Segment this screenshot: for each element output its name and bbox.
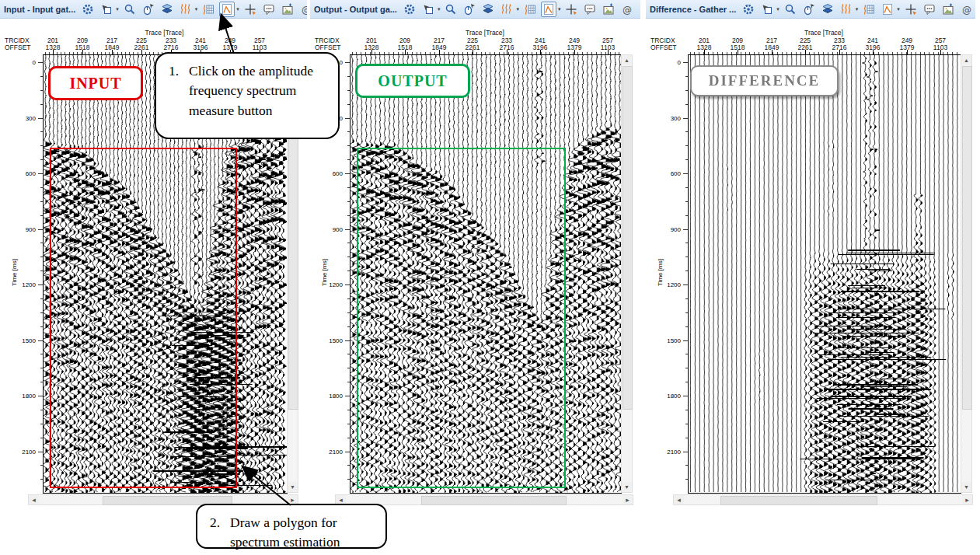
difference-panel-title: Difference - Gather ... <box>646 5 740 14</box>
layers-icon[interactable] <box>159 2 175 17</box>
time-axis-label: Time [ms] <box>657 245 664 301</box>
zoom-magnifier-icon[interactable] <box>443 2 459 17</box>
dropdown-caret-icon[interactable]: ▾ <box>236 6 239 12</box>
time-tick-label: 300 <box>26 114 36 121</box>
spectrum-measure-icon[interactable] <box>880 2 895 17</box>
annotation-bubble-icon[interactable] <box>922 2 937 17</box>
zoom-magnifier-icon[interactable] <box>122 2 138 17</box>
time-tick-label: 1800 <box>667 393 681 400</box>
mouse-pointer-icon[interactable] <box>462 2 477 17</box>
mouse-pointer-icon[interactable] <box>801 2 817 17</box>
wiggle-display-icon[interactable] <box>178 2 194 17</box>
scroll-down-icon[interactable] <box>288 482 298 492</box>
settings-gear-icon[interactable] <box>402 2 417 17</box>
zoom-at-icon[interactable]: @ <box>959 2 975 17</box>
export-image-icon[interactable] <box>940 2 956 17</box>
dropdown-caret-icon[interactable]: ▾ <box>195 6 198 12</box>
dropdown-caret-icon[interactable]: ▾ <box>516 6 519 12</box>
wiggle-grid-icon[interactable] <box>861 2 877 17</box>
scroll-right-icon[interactable] <box>962 495 972 504</box>
vscroll-thumb[interactable] <box>962 66 972 410</box>
wiggle-grid-icon[interactable] <box>522 2 538 17</box>
spectrum-measure-icon[interactable] <box>219 2 235 17</box>
callout-2-number: 2. <box>210 513 230 541</box>
dropdown-caret-icon[interactable]: ▾ <box>116 6 119 12</box>
settings-gear-icon[interactable] <box>80 2 96 17</box>
scroll-right-icon[interactable] <box>623 495 633 504</box>
dropdown-caret-icon[interactable]: ▾ <box>438 6 441 12</box>
wiggle-grid-icon[interactable] <box>201 2 216 17</box>
input-titlebar[interactable]: Input - Input gat... ▾▾▾@» <box>0 0 307 19</box>
dropdown-caret-icon[interactable]: ▾ <box>897 6 900 12</box>
callout-2-text: Draw a polygon for spectrum estimation <box>230 513 376 541</box>
scroll-up-icon[interactable] <box>961 55 971 65</box>
time-tick-label: 1800 <box>22 393 36 400</box>
pan-select-icon[interactable] <box>99 2 114 17</box>
time-tick-label: 2100 <box>22 448 36 455</box>
panel-difference: Difference - Gather ... ▾▾▾@▾ Trace [Tra… <box>646 0 975 507</box>
input-panel-title: Input - Input gat... <box>0 5 79 14</box>
layers-icon[interactable] <box>820 2 835 17</box>
wiggle-display-icon[interactable] <box>839 2 854 17</box>
time-tick-label: 0 <box>678 59 681 66</box>
difference-titlebar[interactable]: Difference - Gather ... ▾▾▾@▾ <box>646 0 975 19</box>
time-axis: 03006009001200150018002100 <box>646 54 688 492</box>
crosshair-move-icon[interactable] <box>563 2 579 17</box>
input-overlay-label: INPUT <box>48 66 143 100</box>
layers-icon[interactable] <box>480 2 496 17</box>
dropdown-caret-icon[interactable]: ▾ <box>558 6 561 12</box>
time-tick-label: 1500 <box>667 337 681 344</box>
hscroll-thumb[interactable] <box>421 496 567 505</box>
scroll-down-icon[interactable] <box>622 482 632 492</box>
dropdown-caret-icon[interactable]: ▾ <box>856 6 859 12</box>
scroll-down-icon[interactable] <box>961 482 971 492</box>
callout-step-1: 1. Click on the amplitude frequency spec… <box>155 52 340 139</box>
trace-axis-title: Trace [Trace] <box>145 29 184 37</box>
time-tick-label: 1200 <box>22 281 36 288</box>
vscroll-thumb[interactable] <box>623 66 633 410</box>
zoom-at-icon[interactable]: @ <box>619 2 635 17</box>
pan-select-icon[interactable] <box>759 2 775 17</box>
wiggle-display-icon[interactable] <box>499 2 514 17</box>
scroll-left-icon[interactable] <box>674 495 684 504</box>
difference-horizontal-scrollbar[interactable] <box>673 494 973 505</box>
annotation-bubble-icon[interactable] <box>582 2 598 17</box>
time-tick-label: 0 <box>33 59 36 66</box>
time-tick-label: 900 <box>26 225 36 232</box>
scroll-left-icon[interactable] <box>29 495 39 504</box>
export-image-icon[interactable] <box>601 2 616 17</box>
time-tick-label: 1500 <box>329 337 343 344</box>
compass-icon[interactable] <box>638 2 640 17</box>
output-vertical-scrollbar[interactable] <box>621 54 633 493</box>
selection-rectangle-green <box>357 148 566 488</box>
mouse-pointer-icon[interactable] <box>141 2 156 17</box>
export-image-icon[interactable] <box>280 2 295 17</box>
crosshair-move-icon[interactable] <box>903 2 919 17</box>
settings-gear-icon[interactable] <box>741 2 756 17</box>
time-axis-label: Time [ms] <box>321 245 328 301</box>
crosshair-move-icon[interactable] <box>242 2 258 17</box>
svg-text:@: @ <box>302 4 307 15</box>
output-titlebar[interactable]: Output - Output ga... ▾▾▾@▾ <box>310 0 640 19</box>
time-axis-label: Time [ms] <box>11 245 18 301</box>
spectrum-measure-icon[interactable] <box>541 2 556 17</box>
zoom-magnifier-icon[interactable] <box>783 2 798 17</box>
callout-1-text: Click on the amplitude frequency spectru… <box>189 61 329 131</box>
panel-output: Output - Output ga... ▾▾▾@▾ Trace [Trace… <box>310 0 640 507</box>
input-toolbar: ▾▾▾@» <box>80 2 307 17</box>
scroll-up-icon[interactable] <box>622 55 632 65</box>
output-toolbar: ▾▾▾@▾ <box>402 2 640 17</box>
offset-row-label: OFFSET <box>315 44 341 51</box>
pan-select-icon[interactable] <box>420 2 436 17</box>
dropdown-caret-icon[interactable]: ▾ <box>776 6 779 12</box>
time-tick-label: 900 <box>333 225 343 232</box>
seismic-plot-difference[interactable] <box>689 55 961 493</box>
hscroll-thumb[interactable] <box>720 496 877 505</box>
time-tick-label: 600 <box>671 170 681 177</box>
difference-toolbar: ▾▾▾@▾ <box>741 2 975 17</box>
time-tick-label: 600 <box>26 170 36 177</box>
zoom-at-icon[interactable]: @ <box>298 2 307 17</box>
difference-vertical-scrollbar[interactable] <box>961 54 972 493</box>
output-overlay-text: OUTPUT <box>378 72 447 90</box>
annotation-bubble-icon[interactable] <box>261 2 277 17</box>
